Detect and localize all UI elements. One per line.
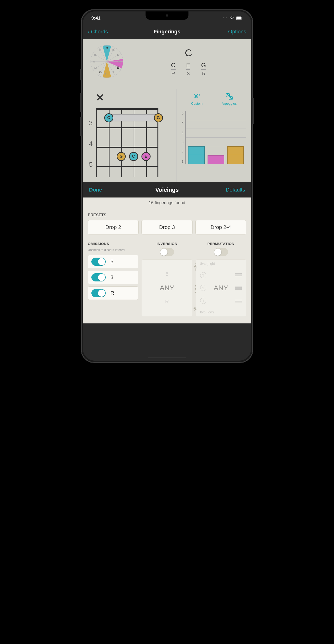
svg-rect-28 bbox=[226, 94, 230, 97]
fretboard-panel: 3 4 5 bbox=[83, 89, 176, 182]
svg-rect-1 bbox=[236, 17, 241, 19]
chart-bar bbox=[208, 155, 224, 164]
permutation-picker[interactable]: 8va (high) 3 2 1 bbox=[196, 260, 246, 316]
svg-text:A: A bbox=[93, 60, 95, 63]
device-notch bbox=[146, 12, 188, 20]
svg-text:B♭: B♭ bbox=[94, 54, 97, 56]
svg-text:C: C bbox=[106, 46, 108, 50]
svg-text:E♭: E♭ bbox=[118, 60, 121, 63]
omission-5-row: 5 bbox=[88, 255, 138, 268]
wifi-icon bbox=[229, 16, 234, 20]
permutation-column: PERMUTATION 𝄞 ⋮ 𝄢 8va (high) 3 bbox=[196, 242, 246, 316]
fret-note-e: E bbox=[142, 152, 150, 161]
back-button[interactable]: ‹ Chords bbox=[88, 28, 108, 36]
battery-icon bbox=[236, 16, 243, 20]
chord-tone: C R bbox=[171, 62, 176, 77]
nav-bar: ‹ Chords Fingerings Options bbox=[83, 24, 251, 39]
omission-5-toggle[interactable] bbox=[91, 258, 106, 266]
arpeggio-icon bbox=[222, 92, 237, 101]
inversion-column: INVERSION 5 ANY R bbox=[142, 242, 192, 316]
chord-tone: G 5 bbox=[201, 62, 206, 77]
voicings-title: Voicings bbox=[155, 186, 179, 193]
svg-text:G♯: G♯ bbox=[94, 66, 97, 69]
preset-drop2-button[interactable]: Drop 2 bbox=[88, 220, 138, 234]
svg-text:D♭: D♭ bbox=[112, 49, 115, 52]
inversion-label: INVERSION bbox=[142, 242, 192, 246]
fret-number-labels: 3 4 5 bbox=[89, 108, 93, 175]
omission-r-toggle[interactable] bbox=[91, 289, 106, 297]
status-time: 9:41 bbox=[91, 16, 100, 21]
fret-note-c: C bbox=[129, 152, 138, 161]
done-button[interactable]: Done bbox=[89, 187, 102, 193]
close-icon[interactable] bbox=[96, 93, 104, 103]
fret-note-g: G bbox=[154, 113, 163, 122]
fretboard-diagram[interactable]: C G G C E bbox=[96, 108, 158, 177]
omissions-label: OMISSIONS bbox=[88, 242, 138, 246]
chord-info: C C R E 3 G 5 bbox=[133, 45, 244, 77]
results-count: 16 fingerings found bbox=[83, 198, 251, 208]
tools-icon bbox=[191, 92, 202, 101]
svg-point-33 bbox=[231, 98, 232, 99]
svg-point-31 bbox=[228, 96, 228, 96]
chord-tone: E 3 bbox=[186, 62, 190, 77]
note-count-chart[interactable]: 6 5 4 3 2 1 bbox=[182, 112, 246, 164]
page-title: Fingerings bbox=[154, 28, 180, 35]
chart-bars bbox=[185, 112, 246, 164]
voicings-bar: Done Voicings Defaults bbox=[83, 182, 251, 198]
omissions-hint: Uncheck to discard interval bbox=[88, 248, 138, 252]
svg-rect-29 bbox=[229, 96, 232, 100]
fret-note-g: G bbox=[117, 152, 126, 161]
svg-text:D: D bbox=[117, 54, 119, 56]
svg-point-30 bbox=[227, 94, 228, 95]
omissions-column: OMISSIONS Uncheck to discard interval 5 … bbox=[88, 242, 138, 316]
svg-text:F: F bbox=[112, 71, 114, 74]
fret-note-c: C bbox=[104, 113, 113, 122]
svg-text:E: E bbox=[117, 66, 119, 70]
presets-label: PRESETS bbox=[88, 213, 246, 217]
preset-drop3-button[interactable]: Drop 3 bbox=[142, 220, 192, 234]
voicings-panel: PRESETS Drop 2 Drop 3 Drop 2-4 OMISSIONS… bbox=[83, 208, 251, 324]
chevron-left-icon: ‹ bbox=[88, 28, 90, 36]
cellular-dots-icon: •••• bbox=[222, 16, 227, 20]
svg-text:G: G bbox=[99, 70, 102, 74]
omission-3-row: 3 bbox=[88, 271, 138, 284]
status-icons: •••• bbox=[222, 16, 243, 20]
inversion-picker[interactable]: 5 ANY R bbox=[142, 260, 192, 316]
permutation-label: PERMUTATION bbox=[196, 242, 246, 246]
svg-text:B: B bbox=[99, 49, 101, 52]
back-label: Chords bbox=[91, 28, 108, 35]
chord-root: C bbox=[133, 47, 244, 59]
options-button[interactable]: Options bbox=[228, 28, 246, 35]
custom-button[interactable]: Custom bbox=[191, 92, 202, 106]
omission-r-row: R bbox=[88, 286, 138, 300]
side-panel: Custom Arpeggios 6 5 4 3 bbox=[176, 89, 251, 182]
svg-text:G♭: G♭ bbox=[105, 72, 108, 75]
permutation-toggle[interactable] bbox=[214, 248, 228, 256]
inversion-toggle[interactable] bbox=[160, 248, 174, 256]
defaults-button[interactable]: Defaults bbox=[226, 187, 245, 193]
svg-point-32 bbox=[230, 97, 230, 98]
preset-drop24-button[interactable]: Drop 2-4 bbox=[196, 220, 246, 234]
arpeggios-button[interactable]: Arpeggios bbox=[222, 92, 237, 106]
chord-header: C D♭ D E♭ E F G♭ G G♯ A B♭ B bbox=[83, 39, 251, 89]
chart-y-axis: 6 5 4 3 2 1 bbox=[182, 112, 185, 164]
home-indicator[interactable] bbox=[148, 357, 186, 358]
svg-rect-2 bbox=[242, 18, 242, 19]
fretboard-area: 3 4 5 bbox=[83, 89, 251, 182]
omission-3-toggle[interactable] bbox=[91, 273, 106, 282]
note-wheel[interactable]: C D♭ D E♭ E F G♭ G G♯ A B♭ B bbox=[90, 45, 124, 78]
